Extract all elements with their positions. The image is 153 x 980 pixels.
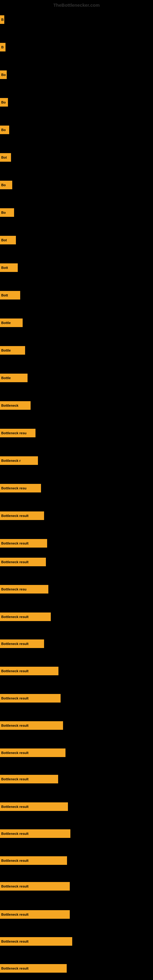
bar-item: Bottle bbox=[0, 318, 22, 327]
bar-item: Bottleneck result bbox=[0, 937, 72, 946]
bar-label: Bottleneck result bbox=[1, 514, 29, 517]
bar-item: Bottleneck result bbox=[0, 856, 67, 865]
bar-item: Bott bbox=[0, 263, 18, 272]
bar-label: Bottleneck resu bbox=[1, 431, 27, 435]
bar-label: Bo bbox=[1, 73, 6, 76]
bar-item: Bottleneck resu bbox=[0, 484, 41, 492]
bar-label: Bottleneck result bbox=[1, 805, 29, 808]
bar-item: Bottleneck result bbox=[0, 964, 67, 973]
bar-label: Bot bbox=[1, 238, 7, 242]
bar-label: Bo bbox=[1, 100, 6, 104]
bar-label: Bottleneck result bbox=[1, 697, 29, 700]
bar-label: Bottleneck result bbox=[1, 832, 29, 835]
bar-item: Bottleneck result bbox=[0, 539, 47, 547]
bar-label: Bottle bbox=[1, 376, 11, 380]
bar-item: Bo bbox=[0, 208, 14, 217]
bar-item: Bot bbox=[0, 153, 11, 162]
bar-item: Bottleneck result bbox=[0, 612, 51, 621]
bar-item: Bo bbox=[0, 70, 7, 79]
bar-label: Bottleneck resu bbox=[1, 486, 27, 490]
bar-label: Bottleneck result bbox=[1, 859, 29, 862]
bar-label: Bottleneck bbox=[1, 404, 18, 407]
bar-item: Bottleneck result bbox=[0, 511, 44, 520]
bar-label: Bo bbox=[1, 183, 6, 187]
bar-item: Bottleneck result bbox=[0, 910, 70, 919]
bar-label: Bottleneck resu bbox=[1, 587, 27, 591]
bar-item: Bottleneck bbox=[0, 401, 30, 410]
bar-item: Bottle bbox=[0, 374, 27, 382]
bar-item: Bo bbox=[0, 126, 9, 134]
bar-item: B bbox=[0, 15, 4, 24]
bar-label: Bottleneck result bbox=[1, 777, 29, 781]
bar-item: Bottleneck result bbox=[0, 882, 70, 891]
bar-item: Bottleneck result bbox=[0, 667, 59, 675]
bar-label: Bottleneck result bbox=[1, 669, 29, 673]
bar-label: Bottle bbox=[1, 348, 11, 352]
bar-label: Bottleneck result bbox=[1, 642, 29, 646]
bar-item: Bottleneck r bbox=[0, 456, 38, 465]
bar-label: Bottleneck result bbox=[1, 885, 29, 888]
bar-label: B bbox=[1, 18, 4, 21]
bar-label: Bottleneck result bbox=[1, 751, 29, 755]
bar-item: Bottleneck result bbox=[0, 558, 46, 566]
bar-item: Bo bbox=[0, 98, 8, 107]
bar-label: Bottleneck result bbox=[1, 724, 29, 727]
bar-item: Bottleneck result bbox=[0, 775, 58, 783]
bar-item: Bottleneck result bbox=[0, 748, 65, 757]
bar-label: Bottleneck result bbox=[1, 541, 29, 545]
bar-label: Bottleneck result bbox=[1, 967, 29, 970]
bar-label: Bott bbox=[1, 266, 8, 269]
bar-item: Bottleneck result bbox=[0, 802, 68, 811]
bar-item: Bottleneck result bbox=[0, 721, 63, 730]
bar-item: Bottle bbox=[0, 346, 25, 355]
bar-label: Bottleneck result bbox=[1, 615, 29, 619]
bar-label: B bbox=[1, 45, 4, 49]
bar-label: Bo bbox=[1, 211, 6, 215]
bar-item: Bo bbox=[0, 181, 12, 189]
bar-item: B bbox=[0, 43, 5, 51]
bar-label: Bott bbox=[1, 293, 8, 297]
bar-item: Bottleneck resu bbox=[0, 585, 48, 593]
bar-label: Bot bbox=[1, 156, 7, 159]
bar-label: Bottleneck result bbox=[1, 940, 29, 943]
bar-item: Bott bbox=[0, 291, 20, 299]
bar-item: Bot bbox=[0, 236, 16, 244]
bar-label: Bottleneck result bbox=[1, 560, 29, 564]
bar-item: Bottleneck result bbox=[0, 829, 70, 838]
bar-label: Bo bbox=[1, 128, 6, 132]
bar-item: Bottleneck result bbox=[0, 694, 61, 703]
bar-label: Bottleneck r bbox=[1, 459, 21, 463]
bar-label: Bottleneck result bbox=[1, 913, 29, 916]
site-title: TheBottlenecker.com bbox=[53, 2, 100, 8]
bar-item: Bottleneck result bbox=[0, 640, 44, 648]
bar-label: Bottle bbox=[1, 321, 11, 325]
bar-item: Bottleneck resu bbox=[0, 429, 35, 438]
